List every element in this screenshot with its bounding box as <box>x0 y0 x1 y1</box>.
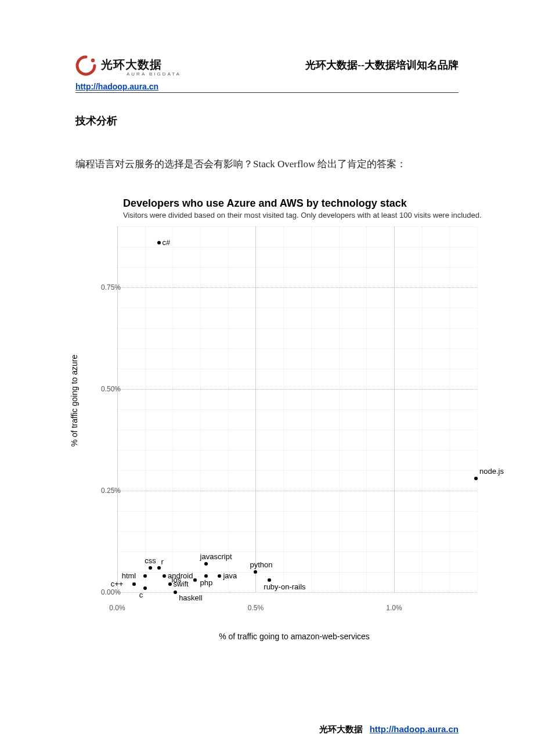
gridline-minor-h <box>117 491 477 491</box>
data-point <box>218 574 221 578</box>
body-paragraph: 编程语言对云服务的选择是否会有影响？Stack Overflow 给出了肯定的答… <box>75 156 459 174</box>
chart-container: Developers who use Azure and AWS by tech… <box>77 197 512 639</box>
gridline-minor-h <box>117 592 477 593</box>
y-axis-label: % of traffic going to azure <box>70 354 79 447</box>
gridline-minor-h <box>117 369 477 369</box>
chart-title: Developers who use Azure and AWS by tech… <box>123 197 512 210</box>
brand-slogan: 光环大数据--大数据培训知名品牌 <box>305 58 459 72</box>
gridline-minor-h <box>117 328 477 329</box>
gridline-minor-h <box>117 308 477 308</box>
data-point-label: c <box>139 591 143 599</box>
svg-point-0 <box>91 59 95 62</box>
data-point <box>157 241 161 244</box>
logo-subtext: AURA BIGDATA <box>127 71 181 77</box>
data-point-label: python <box>250 560 272 569</box>
data-point-label: c++ <box>111 579 124 588</box>
gridline-minor-h <box>117 552 477 552</box>
data-point-label: ios <box>172 575 182 584</box>
y-tick-label: 0.75% <box>100 283 121 291</box>
page-header: 光环大数据 AURA BIGDATA http://hadoop.aura.cn… <box>75 46 459 93</box>
footer-url-link[interactable]: http://hadoop.aura.cn <box>370 724 459 734</box>
x-axis-label: % of traffic going to amazon-web-service… <box>77 632 512 641</box>
data-point-label-outside: node.js <box>479 467 504 476</box>
aura-logo-icon <box>75 55 96 78</box>
data-point <box>174 591 177 594</box>
gridline-minor-h <box>117 287 477 288</box>
logo-block: 光环大数据 AURA BIGDATA http://hadoop.aura.cn <box>75 55 181 91</box>
x-tick-label: 0.5% <box>248 604 264 612</box>
gridline-minor-h <box>117 267 477 268</box>
gridline-minor-h <box>117 389 477 390</box>
page-footer: 光环大数据 http://hadoop.aura.cn <box>319 724 459 735</box>
data-point-label: html <box>122 571 136 580</box>
logo-text-block: 光环大数据 AURA BIGDATA <box>101 57 181 77</box>
section-heading: 技术分析 <box>75 114 117 128</box>
data-point-label: r <box>161 557 164 566</box>
data-point <box>157 566 161 570</box>
data-point-label: ruby-on-rails <box>264 582 305 591</box>
gridline-minor-h <box>117 511 477 512</box>
gridline-minor-h <box>117 450 477 451</box>
y-tick-label: 0.25% <box>100 487 121 495</box>
x-tick-label: 0.0% <box>109 604 125 612</box>
data-point <box>143 574 147 578</box>
chart-subtitle: Visitors were divided based on their mos… <box>123 211 512 219</box>
gridline-minor-v <box>477 226 478 592</box>
gridline-minor-h <box>117 226 477 227</box>
data-point-label: c# <box>163 238 171 247</box>
data-point-label: javascript <box>200 552 232 561</box>
data-point <box>149 566 152 570</box>
gridline-minor-h <box>117 470 477 471</box>
gridline-minor-h <box>117 409 477 410</box>
gridline-minor-h <box>117 247 477 247</box>
gridline-minor-h <box>117 430 477 430</box>
data-point-label: java <box>223 571 237 580</box>
gridline-minor-h <box>117 348 477 349</box>
data-point <box>193 578 197 582</box>
data-point-label: php <box>200 578 213 587</box>
plot-area: c#cssrhtmlandroidc++cswifthaskelliosjava… <box>117 226 477 592</box>
data-point-label: haskell <box>179 593 202 602</box>
logo-row: 光环大数据 AURA BIGDATA <box>75 55 181 78</box>
header-url-link[interactable]: http://hadoop.aura.cn <box>75 82 181 91</box>
data-point <box>474 477 478 480</box>
data-point <box>204 562 208 566</box>
data-point <box>143 586 147 590</box>
gridline-minor-h <box>117 531 477 532</box>
data-point <box>268 578 271 582</box>
x-tick-label: 1.0% <box>386 604 402 612</box>
logo-text: 光环大数据 <box>101 57 181 73</box>
y-tick-label: 0.00% <box>100 588 121 596</box>
data-point-label: css <box>145 556 156 565</box>
data-point <box>254 570 257 574</box>
data-point <box>132 582 136 586</box>
footer-prefix: 光环大数据 <box>319 725 363 734</box>
data-point <box>163 574 166 578</box>
y-tick-label: 0.50% <box>100 385 121 393</box>
data-point <box>204 574 208 578</box>
